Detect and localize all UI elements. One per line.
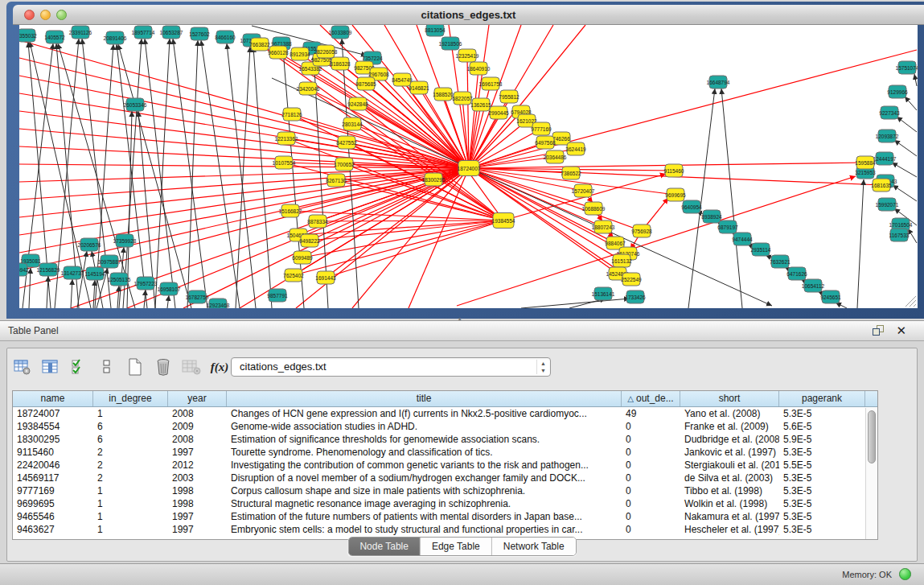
graph-node[interactable]: 18640910: [467, 62, 491, 75]
cell-short[interactable]: Hescheler et al. (1997): [680, 523, 779, 536]
graph-edge[interactable]: [123, 39, 142, 308]
graph-node[interactable]: 9146821: [409, 81, 429, 94]
graph-node[interactable]: 9227343: [879, 106, 900, 119]
function-icon[interactable]: f(x): [209, 356, 230, 377]
cell-short[interactable]: Franke et al. (2009): [680, 420, 779, 433]
graph-edge[interactable]: [118, 44, 191, 308]
graph-edge[interactable]: [310, 220, 503, 241]
cell-year[interactable]: 1997: [168, 523, 227, 536]
graph-edge[interactable]: [857, 179, 864, 308]
graph-edge[interactable]: [318, 220, 503, 221]
cell-pagerank[interactable]: 5.3E-5: [779, 523, 865, 536]
graph-node[interactable]: 2935114: [751, 243, 771, 256]
cell-title[interactable]: Embryonic stem cells: a model to study s…: [227, 523, 622, 536]
graph-node[interactable]: 9756928: [631, 225, 652, 237]
cell-out_de[interactable]: 0: [622, 497, 680, 510]
graph-edge[interactable]: [117, 286, 119, 308]
graph-node[interactable]: 16958107: [158, 282, 181, 295]
column-header-title[interactable]: title: [227, 391, 622, 406]
cell-name[interactable]: 18300295: [13, 433, 93, 446]
graph-node[interactable]: 12156829: [37, 263, 60, 276]
cell-short[interactable]: Tibbo et al. (1998): [680, 484, 779, 497]
cell-year[interactable]: 2009: [168, 420, 227, 433]
cell-out_de[interactable]: 0: [622, 420, 680, 433]
graph-node[interactable]: 9242848: [347, 97, 368, 110]
cell-pagerank[interactable]: 5.3E-5: [779, 472, 865, 484]
graph-node[interactable]: 9640954: [681, 200, 702, 213]
row-checks-icon[interactable]: [68, 356, 89, 377]
graph-edge[interactable]: [187, 40, 198, 308]
graph-node[interactable]: 16033809: [329, 26, 352, 39]
graph-edge[interactable]: [469, 50, 917, 168]
graph-node[interactable]: 7955812: [499, 90, 519, 103]
graph-node[interactable]: 7663822: [249, 38, 270, 51]
graph-node[interactable]: 12444197: [873, 152, 897, 165]
cell-short[interactable]: Jankovic et al. (1997): [680, 446, 779, 459]
graph-node[interactable]: 2990445: [488, 106, 509, 119]
graph-node[interactable]: 1405572: [44, 31, 65, 43]
graph-edge[interactable]: [77, 251, 87, 308]
cell-name[interactable]: 9463627: [13, 523, 93, 536]
cell-out_de[interactable]: 0: [622, 484, 680, 497]
graph-node[interactable]: 9699695: [665, 188, 686, 201]
graph-node[interactable]: 12505135: [108, 273, 131, 286]
graph-edge[interactable]: [721, 89, 742, 308]
graph-node[interactable]: 8186328: [330, 57, 351, 70]
cell-year[interactable]: 1998: [168, 484, 227, 497]
graph-edge[interactable]: [173, 39, 207, 308]
graph-node[interactable]: 15751074: [896, 61, 918, 74]
cell-name[interactable]: 9699695: [13, 497, 93, 510]
tab-node-table[interactable]: Node Table: [348, 538, 421, 555]
graph-edge[interactable]: [892, 163, 917, 177]
table-row[interactable]: 1830029562008Estimation of significance …: [13, 433, 877, 446]
cell-short[interactable]: Yano et al. (2008): [680, 407, 779, 420]
graph-edge[interactable]: [688, 89, 715, 308]
graph-node[interactable]: 8938924: [701, 210, 722, 223]
cell-out_de[interactable]: 0: [622, 472, 680, 484]
graph-edge[interactable]: [897, 117, 917, 132]
column-header-short[interactable]: short: [680, 391, 779, 406]
graph-node[interactable]: 10653287: [160, 26, 183, 39]
network-window-titlebar[interactable]: citations_edges.txt: [13, 5, 924, 25]
graph-node[interactable]: 8878334: [307, 215, 328, 228]
tab-network-table[interactable]: Network Table: [492, 538, 576, 555]
graph-edge[interactable]: [236, 47, 250, 308]
column-header-pagerank[interactable]: pagerank: [779, 391, 865, 406]
graph-node[interactable]: 20206576: [78, 238, 101, 251]
graph-node[interactable]: 3624419: [565, 142, 586, 155]
cell-year[interactable]: 2008: [168, 407, 227, 420]
graph-node[interactable]: 1691443: [315, 271, 336, 284]
graph-node[interactable]: 1145194: [85, 267, 105, 280]
graph-node[interactable]: 12213362: [275, 132, 298, 145]
cell-out_de[interactable]: 0: [622, 510, 680, 523]
cell-out_de[interactable]: 49: [622, 407, 680, 420]
cell-in_degree[interactable]: 1: [93, 523, 168, 536]
table-row[interactable]: 1456911722003Disruption of a novel membe…: [13, 472, 877, 484]
graph-edge[interactable]: [469, 157, 555, 168]
cell-name[interactable]: 18724007: [13, 407, 93, 420]
cell-title[interactable]: Estimation of significance thresholds fo…: [227, 433, 622, 446]
graph-node[interactable]: 17359928: [113, 234, 137, 247]
graph-node[interactable]: 15136141: [592, 287, 615, 300]
graph-edge[interactable]: [145, 39, 175, 308]
cell-title[interactable]: Changes of HCN gene expression and I(f) …: [227, 407, 622, 420]
graph-node[interactable]: 6879197: [717, 220, 738, 233]
graph-node[interactable]: 18724007: [458, 161, 481, 176]
table-row[interactable]: 2242004622012Investigating the contribut…: [13, 459, 877, 472]
graph-node[interactable]: 10688609: [582, 202, 606, 215]
graph-node[interactable]: 18957714: [132, 26, 155, 39]
graph-node[interactable]: 9115460: [664, 164, 684, 177]
cell-name[interactable]: 14569117: [13, 472, 93, 484]
cell-pagerank[interactable]: 5.5E-5: [779, 459, 865, 472]
graph-node[interactable]: 15166827: [279, 204, 302, 217]
graph-node[interactable]: 6471626: [786, 267, 807, 280]
float-panel-icon[interactable]: [873, 325, 885, 336]
cell-pagerank[interactable]: 5.3E-5: [779, 497, 865, 510]
graph-node[interactable]: 6099489: [292, 251, 313, 264]
graph-edge[interactable]: [93, 280, 95, 308]
cell-out_de[interactable]: 0: [622, 446, 680, 459]
graph-node[interactable]: 10654112: [802, 279, 825, 292]
graph-edge[interactable]: [326, 220, 503, 278]
graph-node[interactable]: 9498222: [299, 234, 320, 247]
graph-edge[interactable]: [905, 97, 917, 110]
